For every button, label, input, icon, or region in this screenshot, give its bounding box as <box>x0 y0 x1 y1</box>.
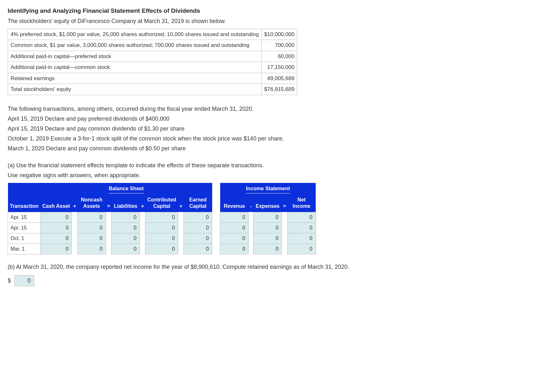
equity-value: $76,915,689 <box>261 84 297 95</box>
transactions-intro: The following transactions, among others… <box>8 105 525 113</box>
earned-input[interactable]: 0 <box>184 222 212 233</box>
op-minus: - <box>249 195 253 212</box>
cash-input[interactable]: 0 <box>40 212 72 222</box>
equity-value: 60,000 <box>261 51 297 62</box>
expenses-input[interactable]: 0 <box>253 212 282 222</box>
table-row: Total stockholders' equity $76,915,689 <box>8 84 297 95</box>
transaction-line: April 15, 2019 Declare and pay preferred… <box>8 115 525 123</box>
equity-value: 49,005,689 <box>261 73 297 84</box>
table-row: 0 0 0 <box>220 222 316 233</box>
op-plus: + <box>140 195 145 212</box>
op-plus: + <box>72 195 77 212</box>
noncash-input[interactable]: 0 <box>77 244 106 254</box>
equity-value: 17,150,000 <box>261 62 297 73</box>
equity-label: Total stockholders' equity <box>8 84 262 95</box>
equity-value: $10,000,000 <box>261 29 297 40</box>
part-a-text-2: Use negative signs with answers, when ap… <box>8 171 525 180</box>
revenue-input[interactable]: 0 <box>220 212 249 222</box>
equity-label: Common stock, $1 par value, 3,000,000 sh… <box>8 40 262 51</box>
contrib-input[interactable]: 0 <box>145 212 178 222</box>
col-expenses: Expenses <box>253 195 282 212</box>
table-row: 0 0 0 <box>220 212 316 222</box>
row-label: Oct. 1 <box>8 233 41 244</box>
table-row: 4% preferred stock, $1,000 par value, 25… <box>8 29 297 40</box>
col-net-income: Net Income <box>287 195 316 212</box>
net-income-input[interactable]: 0 <box>287 233 316 244</box>
retained-earnings-input[interactable]: 0 <box>14 275 34 286</box>
col-liabilities: Liabilities <box>112 195 140 212</box>
balance-sheet-table: Balance Sheet Transaction Cash Asset + N… <box>8 183 212 254</box>
contrib-input[interactable]: 0 <box>145 244 178 254</box>
cash-input[interactable]: 0 <box>40 222 72 233</box>
earned-input[interactable]: 0 <box>184 233 212 244</box>
income-statement-heading: Income Statement <box>246 185 290 193</box>
table-row: Common stock, $1 par value, 3,000,000 sh… <box>8 40 297 51</box>
liab-input[interactable]: 0 <box>112 233 140 244</box>
table-row: 0 0 0 <box>220 244 316 254</box>
op-equals: = <box>106 195 111 212</box>
revenue-input[interactable]: 0 <box>220 222 249 233</box>
contrib-input[interactable]: 0 <box>145 233 178 244</box>
net-income-input[interactable]: 0 <box>287 244 316 254</box>
equity-value: 700,000 <box>261 40 297 51</box>
row-label: Apr. 15 <box>8 212 41 222</box>
col-transaction: Transaction <box>8 195 41 212</box>
liab-input[interactable]: 0 <box>112 212 140 222</box>
earned-input[interactable]: 0 <box>184 212 212 222</box>
table-row: Apr. 15 0 0 0 0 0 <box>8 212 212 222</box>
equity-table: 4% preferred stock, $1,000 par value, 25… <box>8 29 297 95</box>
col-revenue: Revenue <box>220 195 249 212</box>
liab-input[interactable]: 0 <box>112 222 140 233</box>
table-row: Additional paid-in capital—common stock … <box>8 62 297 73</box>
expenses-input[interactable]: 0 <box>253 233 282 244</box>
transaction-line: March 1, 2020 Declare and pay common div… <box>8 144 525 153</box>
noncash-input[interactable]: 0 <box>77 222 106 233</box>
equity-label: Retained earnings <box>8 73 262 84</box>
liab-input[interactable]: 0 <box>112 244 140 254</box>
row-label: Mar. 1 <box>8 244 41 254</box>
noncash-input[interactable]: 0 <box>77 233 106 244</box>
equity-label: Additional paid-in capital—common stock <box>8 62 262 73</box>
op-equals: = <box>282 195 287 212</box>
balance-sheet-heading: Balance Sheet <box>109 185 143 193</box>
income-statement-table: Income Statement Revenue - Expenses = Ne… <box>220 183 316 254</box>
table-row: Retained earnings 49,005,689 <box>8 73 297 84</box>
col-contributed-capital: Contributed Capital <box>145 195 178 212</box>
part-a-text-1: (a) Use the financial statement effects … <box>8 161 525 170</box>
col-noncash-assets: Noncash Assets <box>77 195 106 212</box>
table-row: Mar. 1 0 0 0 0 0 <box>8 244 212 254</box>
net-income-input[interactable]: 0 <box>287 222 316 233</box>
cash-input[interactable]: 0 <box>40 233 72 244</box>
table-row: 0 0 0 <box>220 233 316 244</box>
col-cash-asset: Cash Asset <box>40 195 72 212</box>
earned-input[interactable]: 0 <box>184 244 212 254</box>
expenses-input[interactable]: 0 <box>253 244 282 254</box>
op-plus: + <box>178 195 184 212</box>
noncash-input[interactable]: 0 <box>77 212 106 222</box>
revenue-input[interactable]: 0 <box>220 244 249 254</box>
row-label: Apr. 15 <box>8 222 41 233</box>
table-row: Apr. 15 0 0 0 0 0 <box>8 222 212 233</box>
transaction-line: April 15, 2019 Declare and pay common di… <box>8 124 525 133</box>
revenue-input[interactable]: 0 <box>220 233 249 244</box>
equity-label: 4% preferred stock, $1,000 par value, 25… <box>8 29 262 40</box>
intro-text: The stockholders' equity of DiFrancesco … <box>8 17 525 26</box>
equity-label: Additional paid-in capital—preferred sto… <box>8 51 262 62</box>
contrib-input[interactable]: 0 <box>145 222 178 233</box>
cash-input[interactable]: 0 <box>40 244 72 254</box>
net-income-input[interactable]: 0 <box>287 212 316 222</box>
transaction-line: October 1, 2019 Execute a 3-for-1 stock … <box>8 134 525 143</box>
table-row: Oct. 1 0 0 0 0 0 <box>8 233 212 244</box>
dollar-sign: $ <box>8 277 11 284</box>
expenses-input[interactable]: 0 <box>253 222 282 233</box>
part-b-text: (b) At March 31, 2020, the company repor… <box>8 263 525 271</box>
table-row: Additional paid-in capital—preferred sto… <box>8 51 297 62</box>
page-title: Identifying and Analyzing Financial Stat… <box>8 6 525 16</box>
col-earned-capital: Earned Capital <box>184 195 212 212</box>
